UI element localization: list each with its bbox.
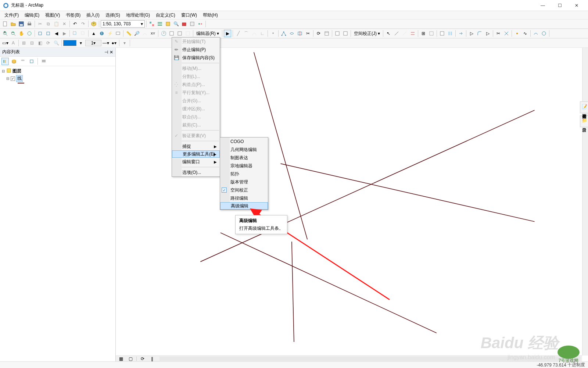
edit-tool-icon[interactable]: ▶ (224, 30, 231, 37)
viewer-tool-icon[interactable] (176, 30, 183, 37)
go-to-xy-icon[interactable]: XY (149, 30, 157, 37)
measure-icon[interactable]: 📏 (125, 30, 132, 37)
horizontal-scrollbar[interactable] (159, 357, 581, 361)
menu-save-edits[interactable]: 💾保存编辑内容(S) (172, 54, 220, 62)
group-icon[interactable]: ⊞ (20, 39, 28, 47)
submenu-versioning[interactable]: 版本管理 (220, 178, 268, 186)
create-features-tab[interactable]: 📝创建要素 (580, 101, 588, 113)
cut-button[interactable]: ✂ (36, 20, 44, 28)
line-color[interactable]: —▾ (102, 39, 110, 47)
smooth-icon[interactable] (532, 30, 539, 37)
menu-union[interactable]: 联合(U)... (172, 113, 220, 121)
layer-name[interactable]: 线 (16, 75, 23, 82)
menu-selection[interactable]: 选择(S) (103, 11, 123, 19)
back-extent-icon[interactable]: ◀ (53, 30, 60, 37)
zoom-out-icon[interactable]: − (10, 30, 17, 37)
new-displacement-link-icon[interactable] (393, 30, 400, 37)
fixed-zoom-in-icon[interactable] (36, 30, 44, 37)
copy-features-icon[interactable]: ▷ (468, 30, 475, 37)
multi-displacement-icon[interactable] (409, 30, 416, 37)
python-icon[interactable] (189, 20, 196, 28)
list-by-selection-icon[interactable] (28, 58, 35, 65)
edge-match-icon[interactable] (447, 30, 454, 37)
construct-geodetic-icon[interactable] (540, 30, 548, 37)
print-button[interactable] (26, 20, 33, 28)
rotate-icon[interactable]: ⟳ (315, 30, 322, 37)
catalog-icon[interactable] (164, 20, 172, 28)
editor-toolbar-icon[interactable] (148, 20, 155, 28)
limited-adjust-icon[interactable] (428, 30, 435, 37)
zoom-in-icon[interactable]: + (1, 30, 9, 37)
open-button[interactable] (10, 20, 17, 28)
right-angle-icon[interactable]: ∟ (259, 30, 266, 37)
arc-toolbox-icon[interactable] (180, 20, 188, 28)
data-view-icon[interactable]: ▦ (117, 355, 125, 362)
select-adjust-icon[interactable]: ↖ (385, 30, 392, 37)
menu-options[interactable]: 选项(O)... (172, 168, 220, 176)
menu-geoprocessing[interactable]: 地理处理(G) (123, 11, 153, 19)
view-link-table-icon[interactable] (438, 30, 446, 37)
ungroup-icon[interactable]: ⊟ (28, 39, 36, 47)
new-button[interactable] (1, 20, 9, 28)
undo-button[interactable]: ↶ (71, 20, 79, 28)
toc-close-icon[interactable]: ✕ (110, 50, 113, 55)
cut-polygons-icon[interactable] (296, 30, 304, 37)
list-by-source-icon[interactable] (10, 58, 18, 65)
layer-checkbox[interactable]: ✓ (11, 76, 15, 81)
clear-selection-icon[interactable] (79, 30, 87, 37)
menu-clip[interactable]: 裁剪(C)... (172, 121, 220, 129)
pan-icon[interactable]: ✋ (18, 30, 25, 37)
extend-icon[interactable]: ▷ (484, 30, 491, 37)
layout-view-icon[interactable]: ▢ (127, 355, 134, 362)
pause-icon[interactable]: ‖ (148, 355, 156, 362)
menu-buffer[interactable]: 缓冲区(B)... (172, 105, 220, 113)
toc-options-icon[interactable] (40, 58, 47, 65)
submenu-topology[interactable]: 拓扑 (220, 170, 268, 178)
submenu-cogo[interactable]: COGO (220, 137, 268, 146)
toc-icon[interactable] (156, 20, 164, 28)
submenu-parcel-editor[interactable]: 宗地编辑器 (220, 162, 268, 170)
copy-button[interactable]: ⧉ (44, 20, 52, 28)
search-icon[interactable]: 🔍 (172, 20, 180, 28)
reshape-icon[interactable] (288, 30, 295, 37)
submenu-advanced-editing[interactable]: 高级编辑 (220, 202, 268, 210)
refresh-icon[interactable]: ⟳ (139, 355, 146, 362)
graphic-ops-icon[interactable]: ◧ (36, 39, 44, 47)
vertical-scrollbar[interactable] (582, 48, 588, 356)
menu-bookmarks[interactable]: 书签(B) (63, 11, 83, 19)
menu-customize[interactable]: 自定义(C) (153, 11, 178, 19)
find-route-icon[interactable] (141, 30, 148, 37)
twisty-icon[interactable]: ⊟ (6, 76, 10, 81)
marker-icon[interactable]: ●▾ (110, 39, 118, 47)
menu-move[interactable]: 移动(M)... (172, 64, 220, 72)
maximize-button[interactable]: ☐ (551, 0, 568, 11)
twisty-icon[interactable]: ⊟ (1, 69, 5, 73)
submenu-spatial-adjustment[interactable]: ✓空间校正 (220, 186, 268, 194)
minimize-button[interactable]: — (534, 0, 551, 11)
create-features-icon[interactable] (342, 30, 349, 37)
full-extent-icon[interactable] (26, 30, 33, 37)
list-by-visibility-icon[interactable] (19, 58, 26, 65)
pin-icon[interactable]: ⊣ (104, 50, 108, 55)
point-icon[interactable]: • (269, 30, 277, 37)
line-symbol[interactable] (18, 83, 24, 83)
delete-button[interactable]: ✕ (61, 20, 68, 28)
menu-copy-parallel[interactable]: ≡平行复制(Y)... (172, 89, 220, 97)
fixed-zoom-out-icon[interactable] (44, 30, 52, 37)
close-button[interactable]: ✕ (568, 0, 585, 11)
editor-dropdown[interactable]: 编辑器(R) ▾ (195, 31, 220, 37)
sketch-properties-icon[interactable] (334, 30, 341, 37)
attributes-icon[interactable] (323, 30, 330, 37)
save-button[interactable] (18, 20, 25, 28)
create-viewer-icon[interactable] (168, 30, 175, 37)
trim-icon[interactable]: ✂ (495, 30, 502, 37)
explode-icon[interactable] (513, 30, 521, 37)
dataframe-label[interactable]: 图层 (12, 68, 21, 74)
menu-help[interactable]: 帮助(H) (200, 11, 221, 19)
html-popup-icon[interactable] (114, 30, 122, 37)
menu-more-editing-tools[interactable]: 更多编辑工具(E)▶ (172, 150, 220, 158)
add-data-button[interactable]: + (90, 20, 97, 28)
split-icon[interactable]: ✂ (304, 30, 312, 37)
submenu-geometric-network[interactable]: 几何网络编辑 (220, 146, 268, 154)
rotate-icon2[interactable]: ⟳ (44, 39, 52, 47)
